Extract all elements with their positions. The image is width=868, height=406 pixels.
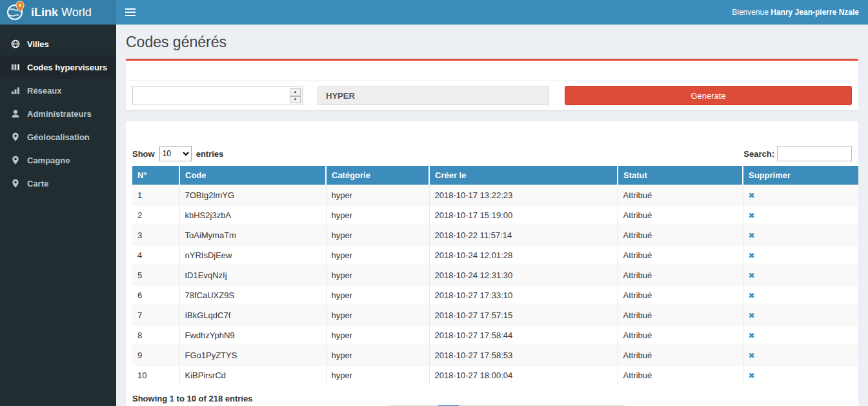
- delete-icon[interactable]: ✖: [749, 191, 755, 200]
- cell-category: hyper: [326, 225, 429, 245]
- column-header[interactable]: N°: [132, 166, 179, 185]
- table-row: 7IBkGLqdC7fhyper2018-10-27 17:57:15Attri…: [132, 305, 858, 325]
- sidebar-item-codes-hyperviseurs[interactable]: Codes hyperviseurs: [0, 56, 116, 79]
- cell-status: Attribué: [618, 205, 743, 225]
- column-header[interactable]: Code: [179, 166, 326, 185]
- cell-code: ToAiMymaTm: [179, 225, 326, 245]
- cell-category: hyper: [326, 345, 429, 365]
- sidebar-item-label: Administrateurs: [27, 109, 92, 119]
- cell-category: hyper: [326, 205, 429, 225]
- cell-delete: ✖: [743, 225, 858, 245]
- cell-status: Attribué: [618, 225, 743, 245]
- codes-table: N°CodeCatégorieCréer leStatutSupprimer 1…: [132, 166, 858, 385]
- delete-icon[interactable]: ✖: [749, 251, 755, 260]
- stepper-down-icon[interactable]: ▼: [290, 96, 301, 103]
- delete-icon[interactable]: ✖: [749, 311, 755, 320]
- table-row: 3ToAiMymaTmhyper2018-10-22 11:57:14Attri…: [132, 225, 858, 245]
- column-header[interactable]: Supprimer: [743, 166, 858, 185]
- cell-category: hyper: [326, 365, 429, 385]
- sidebar-item-r-seaux[interactable]: Réseaux: [0, 79, 116, 102]
- sidebar-item-g-olocalisation[interactable]: Géolocalisation: [0, 125, 116, 148]
- sidebar-item-label: Villes: [27, 39, 49, 49]
- sidebar-item-label: Codes hyperviseurs: [27, 63, 107, 72]
- sidebar-item-label: Géolocalisation: [27, 132, 90, 142]
- column-header[interactable]: Créer le: [429, 166, 618, 185]
- generator-box-header: [126, 61, 858, 81]
- quantity-stepper[interactable]: ▲ ▼: [132, 86, 303, 105]
- cell-n: 8: [132, 325, 179, 345]
- cell-code: nYRIsDjEew: [179, 245, 326, 265]
- delete-icon[interactable]: ✖: [749, 291, 755, 300]
- cell-delete: ✖: [743, 245, 858, 265]
- hamburger-icon: [125, 8, 136, 10]
- delete-icon[interactable]: ✖: [749, 231, 755, 240]
- table-info: Showing 1 to 10 of 218 entries: [132, 394, 852, 403]
- cell-n: 3: [132, 225, 179, 245]
- cell-category: hyper: [326, 185, 429, 205]
- map-marker-icon: [10, 156, 21, 165]
- cell-n: 4: [132, 245, 179, 265]
- table-row: 5tD1EvqNzIjhyper2018-10-24 12:31:30Attri…: [132, 265, 858, 285]
- cell-code: 78fCaUXZ9S: [179, 285, 326, 305]
- search-input[interactable]: [777, 146, 852, 161]
- cell-category: hyper: [326, 265, 429, 285]
- map-marker-icon: [10, 179, 21, 188]
- svg-text:$: $: [19, 3, 21, 7]
- cell-delete: ✖: [743, 205, 858, 225]
- cell-created: 2018-10-27 17:57:15: [429, 305, 618, 325]
- table-row: 8FwdhzYphN9hyper2018-10-27 17:58:44Attri…: [132, 325, 858, 345]
- content-area: Codes générés ▲ ▼ HYPER Generate Show 10…: [116, 25, 868, 406]
- sidebar-item-villes[interactable]: Villes: [0, 32, 116, 56]
- table-row: 4nYRIsDjEewhyper2018-10-24 12:01:28Attri…: [132, 245, 858, 265]
- cell-created: 2018-10-17 13:22:23: [429, 185, 618, 205]
- app-title: iLink World: [31, 6, 92, 19]
- table-row: 10KiBPirsrCdhyper2018-10-27 18:00:04Attr…: [132, 365, 858, 385]
- map-marker-icon: [10, 132, 21, 141]
- sidebar-nav: VillesCodes hyperviseursRéseauxAdministr…: [0, 25, 116, 406]
- cell-created: 2018-10-27 17:58:53: [429, 345, 618, 365]
- cell-code: IBkGLqdC7f: [179, 305, 326, 325]
- page-length-select[interactable]: 10: [159, 146, 192, 161]
- cell-code: FwdhzYphN9: [179, 325, 326, 345]
- cell-n: 10: [132, 365, 179, 385]
- cell-delete: ✖: [743, 265, 858, 285]
- sidebar-item-carte[interactable]: Carte: [0, 172, 116, 195]
- top-navbar: $ iLink World Bienvenue Hanry Jean-pierr…: [0, 0, 868, 25]
- table-row: 9FGo1PyZTYShyper2018-10-27 17:58:53Attri…: [132, 345, 858, 365]
- page-title: Codes générés: [126, 34, 858, 51]
- cell-n: 1: [132, 185, 179, 205]
- show-label: Show: [132, 149, 155, 159]
- delete-icon[interactable]: ✖: [749, 211, 755, 220]
- table-row: 678fCaUXZ9Shyper2018-10-27 17:33:10Attri…: [132, 285, 858, 305]
- generate-button[interactable]: Generate: [565, 86, 852, 105]
- delete-icon[interactable]: ✖: [749, 351, 755, 360]
- cell-created: 2018-10-22 11:57:14: [429, 225, 618, 245]
- cell-code: 7OBtg2lmYG: [179, 185, 326, 205]
- column-header[interactable]: Statut: [618, 166, 743, 185]
- cell-category: hyper: [326, 305, 429, 325]
- column-header[interactable]: Catégorie: [326, 166, 429, 185]
- sidebar-item-administrateurs[interactable]: Administrateurs: [0, 102, 116, 125]
- stepper-up-icon[interactable]: ▲: [290, 88, 301, 96]
- cell-status: Attribué: [618, 345, 743, 365]
- table-row: 2kbHS2j3zbAhyper2018-10-17 15:19:00Attri…: [132, 205, 858, 225]
- welcome-user[interactable]: Bienvenue Hanry Jean-pierre Nzale: [732, 8, 868, 17]
- cell-status: Attribué: [618, 185, 743, 205]
- delete-icon[interactable]: ✖: [749, 271, 755, 280]
- cell-delete: ✖: [743, 345, 858, 365]
- category-field: HYPER: [318, 86, 549, 105]
- sidebar-item-campagne[interactable]: Campagne: [0, 148, 116, 172]
- sidebar-item-label: Campagne: [27, 156, 70, 165]
- cell-code: tD1EvqNzIj: [179, 265, 326, 285]
- sidebar-toggle-button[interactable]: [116, 0, 145, 25]
- cell-created: 2018-10-27 18:00:04: [429, 365, 618, 385]
- search-label: Search:: [743, 149, 774, 159]
- delete-icon[interactable]: ✖: [749, 331, 755, 340]
- sidebar-item-label: Carte: [27, 179, 48, 188]
- brand-logo[interactable]: $ iLink World: [0, 0, 116, 25]
- delete-icon[interactable]: ✖: [749, 371, 755, 380]
- user-icon: [10, 109, 21, 118]
- cell-created: 2018-10-17 15:19:00: [429, 205, 618, 225]
- cell-delete: ✖: [743, 325, 858, 345]
- sidebar-item-label: Réseaux: [27, 86, 61, 96]
